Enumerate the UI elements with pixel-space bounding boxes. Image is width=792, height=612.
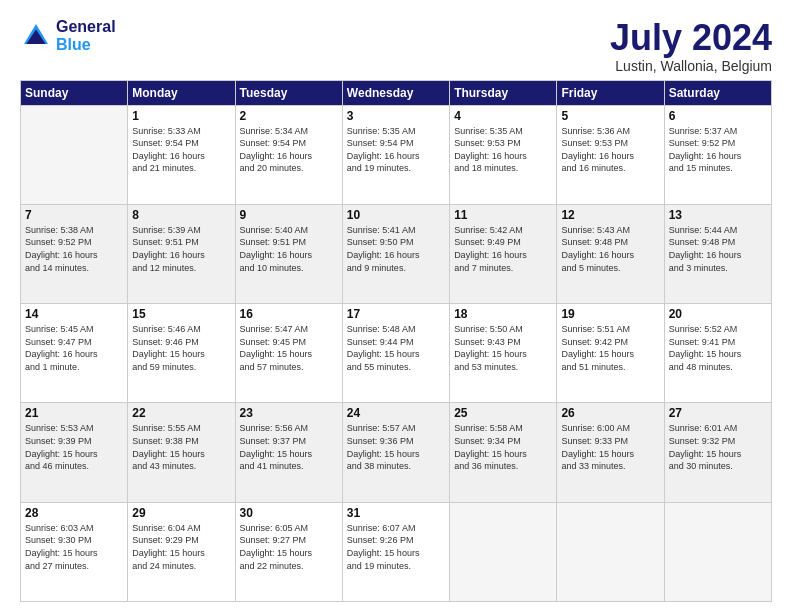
calendar: SundayMondayTuesdayWednesdayThursdayFrid… xyxy=(20,80,772,602)
day-number: 12 xyxy=(561,208,659,222)
day-info: Sunrise: 5:47 AM Sunset: 9:45 PM Dayligh… xyxy=(240,323,338,373)
day-info: Sunrise: 6:03 AM Sunset: 9:30 PM Dayligh… xyxy=(25,522,123,572)
day-cell: 16Sunrise: 5:47 AM Sunset: 9:45 PM Dayli… xyxy=(235,304,342,403)
day-number: 27 xyxy=(669,406,767,420)
day-info: Sunrise: 5:55 AM Sunset: 9:38 PM Dayligh… xyxy=(132,422,230,472)
day-cell: 31Sunrise: 6:07 AM Sunset: 9:26 PM Dayli… xyxy=(342,502,449,601)
day-info: Sunrise: 5:40 AM Sunset: 9:51 PM Dayligh… xyxy=(240,224,338,274)
day-cell: 1Sunrise: 5:33 AM Sunset: 9:54 PM Daylig… xyxy=(128,105,235,204)
day-cell: 25Sunrise: 5:58 AM Sunset: 9:34 PM Dayli… xyxy=(450,403,557,502)
day-number: 17 xyxy=(347,307,445,321)
logo: General Blue xyxy=(20,18,116,54)
day-cell: 27Sunrise: 6:01 AM Sunset: 9:32 PM Dayli… xyxy=(664,403,771,502)
day-number: 19 xyxy=(561,307,659,321)
week-row-3: 14Sunrise: 5:45 AM Sunset: 9:47 PM Dayli… xyxy=(21,304,772,403)
day-info: Sunrise: 5:33 AM Sunset: 9:54 PM Dayligh… xyxy=(132,125,230,175)
day-info: Sunrise: 5:43 AM Sunset: 9:48 PM Dayligh… xyxy=(561,224,659,274)
day-number: 13 xyxy=(669,208,767,222)
day-info: Sunrise: 6:04 AM Sunset: 9:29 PM Dayligh… xyxy=(132,522,230,572)
day-cell: 28Sunrise: 6:03 AM Sunset: 9:30 PM Dayli… xyxy=(21,502,128,601)
day-info: Sunrise: 5:48 AM Sunset: 9:44 PM Dayligh… xyxy=(347,323,445,373)
day-info: Sunrise: 5:35 AM Sunset: 9:53 PM Dayligh… xyxy=(454,125,552,175)
day-cell: 11Sunrise: 5:42 AM Sunset: 9:49 PM Dayli… xyxy=(450,204,557,303)
day-cell: 30Sunrise: 6:05 AM Sunset: 9:27 PM Dayli… xyxy=(235,502,342,601)
day-number: 8 xyxy=(132,208,230,222)
column-header-thursday: Thursday xyxy=(450,80,557,105)
day-info: Sunrise: 5:56 AM Sunset: 9:37 PM Dayligh… xyxy=(240,422,338,472)
day-info: Sunrise: 5:38 AM Sunset: 9:52 PM Dayligh… xyxy=(25,224,123,274)
day-info: Sunrise: 6:07 AM Sunset: 9:26 PM Dayligh… xyxy=(347,522,445,572)
day-cell: 7Sunrise: 5:38 AM Sunset: 9:52 PM Daylig… xyxy=(21,204,128,303)
column-header-monday: Monday xyxy=(128,80,235,105)
day-info: Sunrise: 5:44 AM Sunset: 9:48 PM Dayligh… xyxy=(669,224,767,274)
day-cell: 14Sunrise: 5:45 AM Sunset: 9:47 PM Dayli… xyxy=(21,304,128,403)
logo-icon xyxy=(20,20,52,52)
day-cell: 12Sunrise: 5:43 AM Sunset: 9:48 PM Dayli… xyxy=(557,204,664,303)
day-cell: 5Sunrise: 5:36 AM Sunset: 9:53 PM Daylig… xyxy=(557,105,664,204)
day-cell: 13Sunrise: 5:44 AM Sunset: 9:48 PM Dayli… xyxy=(664,204,771,303)
day-cell: 21Sunrise: 5:53 AM Sunset: 9:39 PM Dayli… xyxy=(21,403,128,502)
day-number: 5 xyxy=(561,109,659,123)
day-info: Sunrise: 5:53 AM Sunset: 9:39 PM Dayligh… xyxy=(25,422,123,472)
day-info: Sunrise: 6:00 AM Sunset: 9:33 PM Dayligh… xyxy=(561,422,659,472)
month-title: July 2024 xyxy=(610,18,772,58)
day-info: Sunrise: 5:57 AM Sunset: 9:36 PM Dayligh… xyxy=(347,422,445,472)
day-info: Sunrise: 5:51 AM Sunset: 9:42 PM Dayligh… xyxy=(561,323,659,373)
day-cell: 2Sunrise: 5:34 AM Sunset: 9:54 PM Daylig… xyxy=(235,105,342,204)
day-number: 28 xyxy=(25,506,123,520)
header-row: SundayMondayTuesdayWednesdayThursdayFrid… xyxy=(21,80,772,105)
week-row-1: 1Sunrise: 5:33 AM Sunset: 9:54 PM Daylig… xyxy=(21,105,772,204)
column-header-wednesday: Wednesday xyxy=(342,80,449,105)
day-info: Sunrise: 5:52 AM Sunset: 9:41 PM Dayligh… xyxy=(669,323,767,373)
day-cell: 18Sunrise: 5:50 AM Sunset: 9:43 PM Dayli… xyxy=(450,304,557,403)
day-info: Sunrise: 5:42 AM Sunset: 9:49 PM Dayligh… xyxy=(454,224,552,274)
day-number: 25 xyxy=(454,406,552,420)
day-info: Sunrise: 6:01 AM Sunset: 9:32 PM Dayligh… xyxy=(669,422,767,472)
week-row-2: 7Sunrise: 5:38 AM Sunset: 9:52 PM Daylig… xyxy=(21,204,772,303)
day-cell: 17Sunrise: 5:48 AM Sunset: 9:44 PM Dayli… xyxy=(342,304,449,403)
day-cell: 26Sunrise: 6:00 AM Sunset: 9:33 PM Dayli… xyxy=(557,403,664,502)
day-number: 30 xyxy=(240,506,338,520)
day-cell: 29Sunrise: 6:04 AM Sunset: 9:29 PM Dayli… xyxy=(128,502,235,601)
week-row-5: 28Sunrise: 6:03 AM Sunset: 9:30 PM Dayli… xyxy=(21,502,772,601)
day-number: 21 xyxy=(25,406,123,420)
day-cell: 20Sunrise: 5:52 AM Sunset: 9:41 PM Dayli… xyxy=(664,304,771,403)
day-info: Sunrise: 5:36 AM Sunset: 9:53 PM Dayligh… xyxy=(561,125,659,175)
day-cell: 4Sunrise: 5:35 AM Sunset: 9:53 PM Daylig… xyxy=(450,105,557,204)
logo-text: General Blue xyxy=(56,18,116,54)
day-number: 20 xyxy=(669,307,767,321)
day-cell: 15Sunrise: 5:46 AM Sunset: 9:46 PM Dayli… xyxy=(128,304,235,403)
day-info: Sunrise: 6:05 AM Sunset: 9:27 PM Dayligh… xyxy=(240,522,338,572)
day-number: 29 xyxy=(132,506,230,520)
column-header-saturday: Saturday xyxy=(664,80,771,105)
day-number: 23 xyxy=(240,406,338,420)
day-number: 24 xyxy=(347,406,445,420)
day-number: 4 xyxy=(454,109,552,123)
day-cell: 19Sunrise: 5:51 AM Sunset: 9:42 PM Dayli… xyxy=(557,304,664,403)
day-number: 1 xyxy=(132,109,230,123)
day-number: 2 xyxy=(240,109,338,123)
day-number: 22 xyxy=(132,406,230,420)
location: Lustin, Wallonia, Belgium xyxy=(610,58,772,74)
day-number: 14 xyxy=(25,307,123,321)
column-header-friday: Friday xyxy=(557,80,664,105)
page: General Blue July 2024 Lustin, Wallonia,… xyxy=(0,0,792,612)
day-number: 9 xyxy=(240,208,338,222)
day-number: 15 xyxy=(132,307,230,321)
day-cell: 8Sunrise: 5:39 AM Sunset: 9:51 PM Daylig… xyxy=(128,204,235,303)
day-cell: 9Sunrise: 5:40 AM Sunset: 9:51 PM Daylig… xyxy=(235,204,342,303)
day-number: 10 xyxy=(347,208,445,222)
day-info: Sunrise: 5:37 AM Sunset: 9:52 PM Dayligh… xyxy=(669,125,767,175)
day-info: Sunrise: 5:58 AM Sunset: 9:34 PM Dayligh… xyxy=(454,422,552,472)
day-info: Sunrise: 5:35 AM Sunset: 9:54 PM Dayligh… xyxy=(347,125,445,175)
day-number: 31 xyxy=(347,506,445,520)
day-cell xyxy=(664,502,771,601)
day-cell: 10Sunrise: 5:41 AM Sunset: 9:50 PM Dayli… xyxy=(342,204,449,303)
day-number: 7 xyxy=(25,208,123,222)
day-number: 6 xyxy=(669,109,767,123)
day-info: Sunrise: 5:46 AM Sunset: 9:46 PM Dayligh… xyxy=(132,323,230,373)
day-info: Sunrise: 5:39 AM Sunset: 9:51 PM Dayligh… xyxy=(132,224,230,274)
day-number: 11 xyxy=(454,208,552,222)
day-number: 3 xyxy=(347,109,445,123)
day-info: Sunrise: 5:50 AM Sunset: 9:43 PM Dayligh… xyxy=(454,323,552,373)
